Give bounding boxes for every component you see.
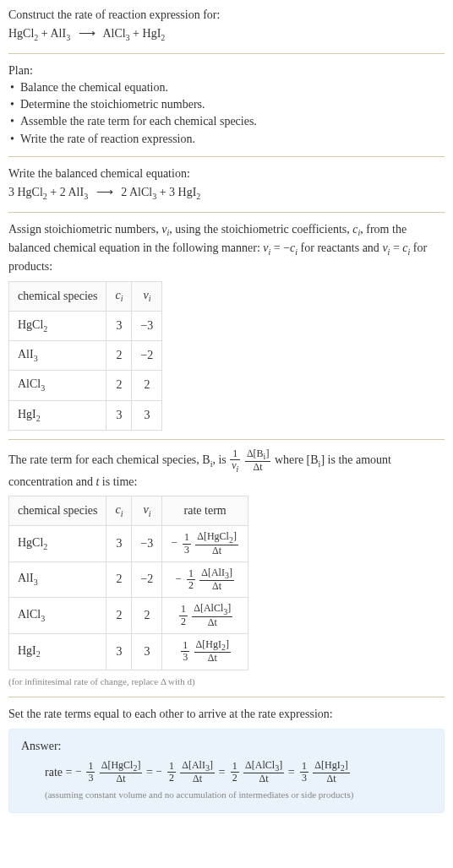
subscript: 3 [152, 192, 156, 201]
cell-species: AlI3 [9, 561, 106, 598]
eq-sign: = − [270, 241, 290, 254]
fraction: 1 νi [230, 448, 240, 474]
subscript: i [358, 228, 361, 237]
plan-bullet-text: Write the rate of reaction expression. [20, 131, 195, 148]
rate-term: − 12 Δ[AlI3]Δt [156, 760, 216, 785]
cell-ci: 2 [106, 341, 132, 371]
eq-sep: = [218, 762, 225, 783]
bullet-icon: • [10, 96, 20, 113]
cell-nui: 2 [132, 598, 162, 634]
table-row: HgCl2 3 −3 [9, 311, 162, 340]
eq-sep: = [288, 762, 295, 783]
cell-ci: 2 [106, 371, 132, 400]
plan-bullet: •Assemble the rate term for each chemica… [10, 113, 445, 130]
rate-intro-text: is time: [99, 475, 137, 488]
table-row: AlCl3 2 2 12 Δ[AlCl3]Δt [9, 598, 248, 634]
arrow-icon: ⟶ [74, 25, 101, 42]
answer-box: Answer: rate = − 13 Δ[HgCl2]Δt = − 12 Δ[… [8, 729, 445, 813]
plan-bullet: •Write the rate of reaction expression. [10, 131, 445, 148]
plan-bullet: •Determine the stoichiometric numbers. [10, 96, 445, 113]
nu-symbol: ν [263, 241, 268, 254]
divider [8, 697, 445, 697]
bullet-icon: • [10, 131, 20, 148]
rate-intro-text: The rate term for each chemical species,… [8, 453, 210, 466]
species: AlCl [129, 186, 152, 198]
rate-term: 13 Δ[HgI2]Δt [297, 760, 351, 785]
rate-intro-text: , is [212, 453, 229, 466]
plan-block: Plan: •Balance the chemical equation. •D… [8, 62, 445, 148]
coef: 3 [8, 186, 18, 198]
subscript: i [269, 247, 271, 257]
plan-bullet-text: Determine the stoichiometric numbers. [20, 96, 205, 113]
subscript: i [295, 247, 297, 257]
species: HgI [178, 186, 197, 198]
cell-ci: 3 [106, 311, 132, 340]
table-row: AlI3 2 −2 [9, 341, 162, 371]
c-symbol: c [352, 223, 357, 236]
plus: + [41, 27, 51, 40]
col-nui: νi [132, 496, 162, 525]
subscript: 2 [196, 192, 200, 201]
rate-lead: rate = [45, 762, 72, 783]
col-rate-term: rate term [162, 496, 248, 525]
subscript: i [408, 247, 411, 257]
col-species: chemical species [9, 496, 106, 525]
assign-text: , using the stoichiometric coefficients, [169, 223, 352, 236]
cell-nui: −2 [132, 341, 162, 371]
species: HgI [143, 27, 161, 40]
subscript: 3 [84, 192, 88, 201]
subscript: i [319, 459, 321, 469]
subscript: 2 [34, 33, 38, 42]
stoich-table: chemical species ci νi HgCl2 3 −3 AlI3 2… [8, 281, 162, 431]
divider [8, 53, 445, 54]
bullet-icon: • [10, 113, 20, 130]
answer-equation: rate = − 13 Δ[HgCl2]Δt = − 12 Δ[AlI3]Δt … [45, 760, 432, 785]
cell-nui: 3 [132, 400, 162, 430]
table-header-row: chemical species ci νi rate term [9, 496, 248, 525]
rate-term: 12 Δ[AlCl3]Δt [228, 760, 285, 785]
cell-rate-term: − 13 Δ[HgCl2]Δt [162, 526, 248, 562]
subscript: i [388, 247, 390, 257]
coef: 3 [169, 186, 178, 198]
species: HgCl [8, 27, 34, 40]
table-row: HgI2 3 3 [9, 400, 162, 430]
species: HgCl [18, 186, 43, 198]
intro-block: Construct the rate of reaction expressio… [8, 7, 445, 45]
species: AlCl [102, 27, 125, 40]
subscript: 3 [126, 33, 130, 42]
rate-term: − 13 Δ[HgCl2]Δt [75, 760, 144, 785]
cell-nui: −2 [132, 561, 162, 598]
cell-species: AlCl3 [9, 598, 106, 634]
subscript: 3 [66, 33, 70, 42]
subscript: i [166, 228, 169, 237]
rate-term-block: The rate term for each chemical species,… [8, 448, 445, 688]
rate-intro-text: where [B [275, 453, 319, 466]
nu-symbol: ν [382, 241, 387, 254]
cell-rate-term: − 12 Δ[AlI3]Δt [162, 561, 248, 598]
plan-bullet: •Balance the chemical equation. [10, 79, 445, 96]
cell-nui: 2 [132, 371, 162, 400]
balanced-equation: 3 HgCl2 + 2 AlI3 ⟶ 2 AlCl3 + 3 HgI2 [8, 184, 445, 203]
species: AlI [68, 186, 84, 198]
cell-rate-term: 13 Δ[HgI2]Δt [162, 633, 248, 670]
cell-nui: −3 [132, 526, 162, 562]
cell-species: AlCl3 [9, 371, 106, 400]
rate-term-table: chemical species ci νi rate term HgCl2 3… [8, 496, 248, 670]
eq-sep: = [146, 762, 153, 783]
cell-rate-term: 12 Δ[AlCl3]Δt [162, 598, 248, 634]
col-ci: ci [106, 281, 132, 311]
cell-species: AlI3 [9, 341, 106, 371]
plan-bullet-list: •Balance the chemical equation. •Determi… [10, 79, 445, 148]
cell-species: HgCl2 [9, 311, 106, 340]
col-ci: ci [106, 496, 132, 525]
cell-ci: 2 [106, 561, 132, 598]
plus: + [50, 186, 59, 198]
assign-text: for reactants and [297, 241, 382, 254]
answer-heading: Answer: [21, 738, 432, 755]
cell-ci: 2 [106, 598, 132, 634]
table-footnote: (for infinitesimal rate of change, repla… [8, 675, 445, 689]
divider [8, 212, 445, 213]
plus: + [133, 27, 142, 40]
assign-block: Assign stoichiometric numbers, νi, using… [8, 221, 445, 431]
col-nui: νi [132, 281, 162, 311]
